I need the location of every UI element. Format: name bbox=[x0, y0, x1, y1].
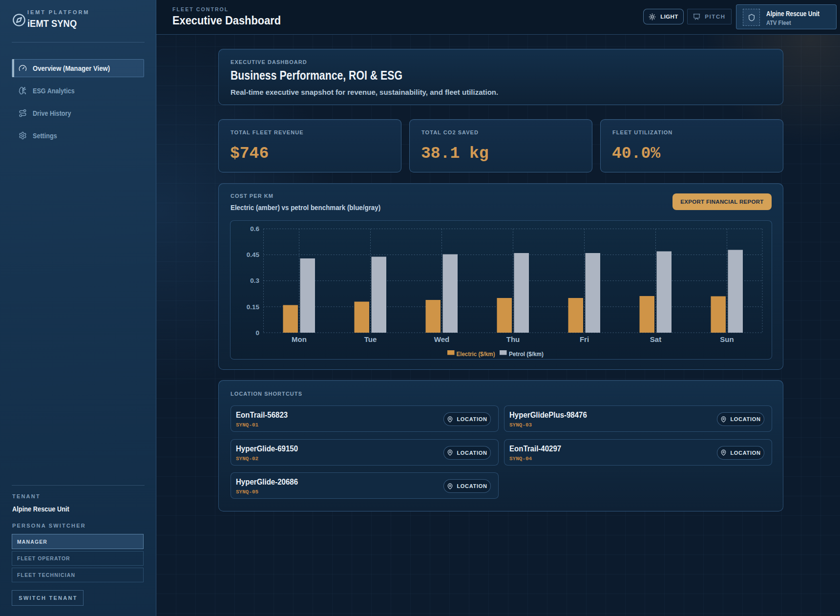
svg-text:0.3: 0.3 bbox=[250, 277, 259, 284]
svg-text:Sun: Sun bbox=[720, 335, 734, 343]
svg-text:Thu: Thu bbox=[506, 335, 520, 343]
svg-text:Petrol ($/km): Petrol ($/km) bbox=[509, 350, 544, 358]
svg-text:Tue: Tue bbox=[364, 335, 377, 343]
svg-text:0.45: 0.45 bbox=[247, 251, 260, 258]
svg-text:0: 0 bbox=[255, 329, 259, 337]
svg-text:Fri: Fri bbox=[580, 335, 589, 343]
svg-text:Wed: Wed bbox=[434, 335, 449, 343]
svg-text:0.6: 0.6 bbox=[250, 225, 259, 233]
svg-text:Electric ($/km): Electric ($/km) bbox=[457, 350, 495, 358]
svg-text:Mon: Mon bbox=[292, 335, 307, 343]
svg-text:Sat: Sat bbox=[650, 335, 661, 343]
svg-text:0.15: 0.15 bbox=[247, 303, 260, 311]
